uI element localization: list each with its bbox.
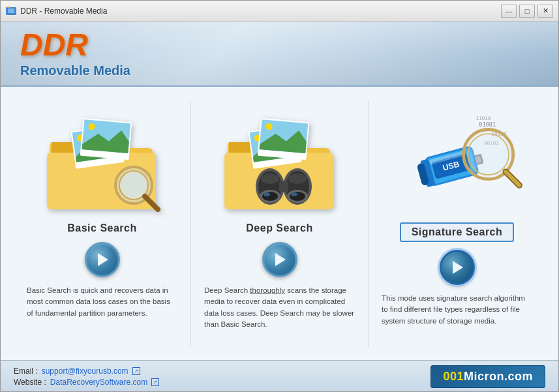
- svg-text:11010: 11010: [476, 115, 491, 121]
- deep-search-card: Deep Search Deep Search thoroughly scans…: [191, 100, 369, 347]
- usb-magnifier-svg: USB 01001 10110 00101 11010: [392, 108, 522, 216]
- app-header: DDR Removable Media: [1, 22, 558, 87]
- svg-point-31: [291, 192, 297, 196]
- title-bar-controls: — □ ✕: [501, 5, 553, 18]
- app-subtitle: Removable Media: [20, 63, 130, 78]
- play-triangle-icon: [98, 253, 108, 266]
- svg-line-48: [506, 172, 519, 185]
- website-external-icon[interactable]: ↗: [151, 378, 159, 386]
- deep-search-title: Deep Search: [246, 222, 312, 234]
- title-bar-left: DDR - Removable Media: [6, 6, 107, 16]
- email-link[interactable]: support@fixyourusb.com: [42, 367, 128, 376]
- signature-search-icon: USB 01001 10110 00101 11010: [392, 106, 522, 217]
- deep-search-play-button[interactable]: [262, 242, 297, 277]
- deep-search-folder-svg: [215, 108, 345, 216]
- window-title: DDR - Removable Media: [20, 7, 107, 16]
- footer-brand: 001Micron.com: [431, 365, 545, 388]
- basic-search-title: Basic Search: [67, 222, 137, 234]
- header-text: DDR Removable Media: [20, 29, 130, 78]
- basic-search-folder-svg: [37, 108, 168, 216]
- svg-point-12: [122, 173, 145, 197]
- svg-rect-2: [7, 7, 10, 8]
- close-button[interactable]: ✕: [537, 5, 553, 18]
- play-triangle-icon: [275, 253, 286, 266]
- signature-search-card: USB 01001 10110 00101 11010: [369, 100, 545, 347]
- basic-search-play-button[interactable]: [85, 242, 120, 277]
- signature-search-play-button[interactable]: [440, 250, 475, 285]
- svg-point-30: [264, 192, 270, 196]
- signature-search-title: Signature Search: [400, 222, 515, 242]
- ddr-title: DDR: [20, 29, 130, 61]
- footer-links: Email : support@fixyourusb.com ↗ Website…: [14, 367, 159, 387]
- app-icon: [6, 6, 16, 16]
- svg-point-21: [261, 173, 279, 184]
- email-external-icon[interactable]: ↗: [132, 367, 140, 375]
- footer-website-row: Website : DataRecoverySoftware.com ↗: [14, 378, 159, 387]
- basic-search-description: Basic Search is quick and recovers data …: [27, 285, 177, 319]
- basic-search-icon: [37, 106, 168, 217]
- email-label: Email :: [14, 367, 38, 376]
- svg-point-26: [288, 173, 307, 184]
- title-bar: DDR - Removable Media — □ ✕: [1, 1, 558, 22]
- website-label: Website :: [14, 378, 46, 387]
- deep-search-description: Deep Search thoroughly scans the storage…: [204, 285, 355, 330]
- minimize-button[interactable]: —: [501, 5, 517, 18]
- footer-email-row: Email : support@fixyourusb.com ↗: [14, 367, 159, 376]
- maximize-button[interactable]: □: [519, 5, 535, 18]
- app-footer: Email : support@fixyourusb.com ↗ Website…: [1, 360, 558, 392]
- basic-search-card: Basic Search Basic Search is quick and r…: [14, 100, 191, 347]
- main-content: Basic Search Basic Search is quick and r…: [1, 87, 558, 360]
- svg-text:01001: 01001: [479, 121, 496, 127]
- svg-rect-1: [8, 8, 14, 13]
- svg-point-46: [468, 134, 509, 175]
- deep-search-icon: [215, 106, 345, 217]
- play-triangle-icon: [453, 261, 463, 274]
- website-link[interactable]: DataRecoverySoftware.com: [50, 378, 147, 387]
- svg-rect-29: [279, 181, 288, 192]
- signature-search-description: This mode uses signature search algorith…: [382, 293, 532, 327]
